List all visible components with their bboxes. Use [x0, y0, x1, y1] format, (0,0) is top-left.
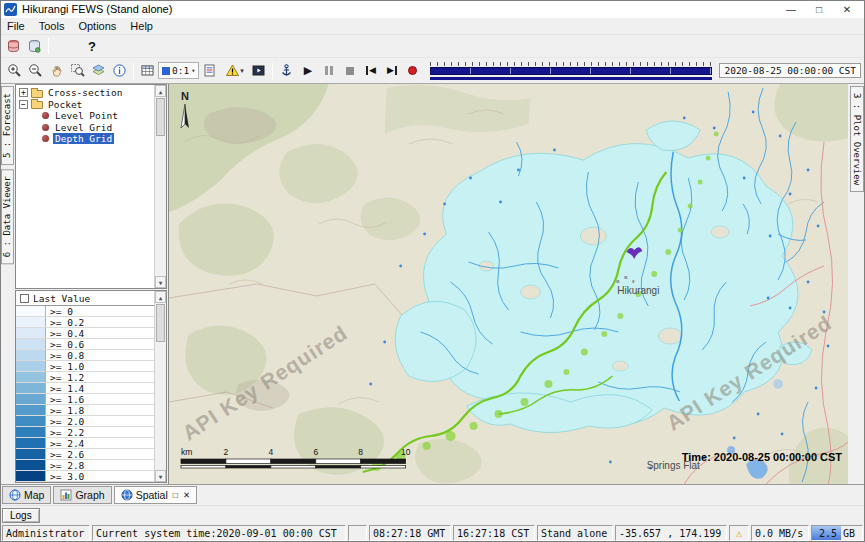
zoom-region-button[interactable] [67, 61, 88, 80]
open-database-button[interactable] [24, 37, 45, 56]
tree-item-level-point[interactable]: Level Point [16, 110, 154, 122]
logs-button[interactable]: Logs [2, 508, 40, 523]
animation-button[interactable] [248, 61, 269, 80]
scroll-up-icon[interactable]: ▲ [155, 291, 166, 303]
help-button[interactable]: ? [84, 39, 100, 54]
side-tab[interactable]: 5 : Forecast [1, 86, 14, 165]
tab-maximize-icon[interactable]: □ [173, 490, 178, 500]
legend-row[interactable]: >= 1.4 [16, 383, 154, 394]
time-span-bar[interactable] [430, 67, 712, 75]
legend-color-swatch [16, 449, 46, 459]
tab-map[interactable]: Map [2, 486, 51, 504]
legend-row[interactable]: >= 1.2 [16, 372, 154, 383]
play-button[interactable]: ▶ [297, 61, 318, 80]
legend-row[interactable]: >= 3.0 [16, 471, 154, 482]
legend-header: Last Value [16, 291, 166, 306]
time-selection-bar[interactable] [430, 77, 712, 80]
pan-button[interactable] [46, 61, 67, 80]
tree-item-depth-grid[interactable]: Depth Grid [16, 133, 154, 145]
status-coordinates: -35.657 , 174.199 [615, 525, 727, 541]
legend-threshold-label: >= 0 [46, 306, 73, 316]
menu-item[interactable]: Options [71, 19, 123, 33]
layers-button[interactable] [88, 61, 109, 80]
time-slider[interactable] [430, 61, 712, 81]
legend-row[interactable]: >= 0.2 [16, 317, 154, 328]
tab-close-icon[interactable]: ✕ [183, 490, 190, 500]
map-viewport: API Key Required API Key Required Hikura… [168, 84, 848, 484]
tree-item-level-grid[interactable]: Level Grid [16, 122, 154, 134]
tree-item-pocket[interactable]: − Pocket [16, 99, 154, 111]
legend-row[interactable]: >= 0.6 [16, 339, 154, 350]
legend-threshold-label: >= 2.0 [46, 416, 84, 426]
grid-display-button[interactable] [137, 61, 158, 80]
legend-row[interactable]: >= 2.8 [16, 460, 154, 471]
scroll-down-icon[interactable]: ▼ [155, 276, 166, 288]
legend-row[interactable]: >= 0.4 [16, 328, 154, 339]
scroll-down-icon[interactable]: ▼ [155, 470, 166, 482]
main-toolbar: ? [0, 35, 865, 58]
expand-icon[interactable]: + [19, 88, 28, 97]
scrollbar-thumb[interactable] [156, 304, 165, 342]
app-logo-icon [4, 3, 17, 16]
legend-row[interactable]: >= 1.6 [16, 394, 154, 405]
tab-spatial[interactable]: Spatial □ ✕ [114, 486, 197, 504]
legend-threshold-label: >= 0.8 [46, 350, 84, 360]
side-tab-plot-overview[interactable]: 3 : Plot Overview [850, 86, 864, 192]
legend-color-swatch [16, 460, 46, 470]
town-label: Hikurangi [617, 285, 659, 296]
step-back-button[interactable]: ◀ [360, 61, 381, 80]
layer-color-swatch [162, 67, 170, 75]
legend-row[interactable]: >= 1.8 [16, 405, 154, 416]
status-warning-icon[interactable]: ⚠ [729, 525, 749, 541]
menu-bar: File Tools Options Help [0, 18, 865, 35]
timeseries-document-button[interactable] [199, 61, 220, 80]
step-forward-button[interactable]: ▶ [381, 61, 402, 80]
zoom-out-button[interactable] [25, 61, 46, 80]
layer-node-icon [42, 124, 49, 131]
menu-item[interactable]: Help [123, 19, 160, 33]
menu-item[interactable]: File [0, 19, 32, 33]
app-window: Hikurangi FEWS (Stand alone) — □ ✕ File … [0, 0, 865, 542]
legend-title: Last Value [33, 293, 90, 304]
folder-icon [31, 90, 43, 98]
tab-graph[interactable]: Graph [53, 486, 111, 504]
collapse-icon[interactable]: − [19, 100, 28, 109]
legend-row[interactable]: >= 1.0 [16, 361, 154, 372]
legend-color-swatch [16, 372, 46, 382]
stop-button[interactable] [339, 61, 360, 80]
thresholds-dropdown[interactable]: ▾ [220, 61, 248, 80]
tree-scrollbar[interactable]: ▲ ▼ [154, 85, 166, 288]
legend-color-swatch [16, 471, 46, 481]
legend-color-swatch [16, 306, 46, 316]
side-tab[interactable]: 6 : Data Viewer [1, 169, 14, 264]
zoom-in-button[interactable] [4, 61, 25, 80]
legend-row[interactable]: >= 0 [16, 306, 154, 317]
svg-text:2: 2 [224, 447, 229, 457]
maximize-button[interactable]: □ [805, 4, 833, 15]
legend-row[interactable]: >= 2.4 [16, 438, 154, 449]
tree-item-cross-section[interactable]: + Cross-section [16, 87, 154, 99]
pause-button[interactable] [318, 61, 339, 80]
spatial-globe-icon [121, 489, 133, 501]
legend-scrollbar[interactable]: ▲ ▼ [154, 291, 166, 482]
scrollbar-thumb[interactable] [156, 98, 165, 136]
legend-row[interactable]: >= 2.2 [16, 427, 154, 438]
last-value-checkbox[interactable] [20, 294, 29, 303]
legend-row[interactable]: >= 0.8 [16, 350, 154, 361]
status-bar: Administrator Current system time:2020-0… [0, 524, 865, 542]
legend-threshold-label: >= 1.8 [46, 405, 84, 415]
import-database-button[interactable] [3, 37, 24, 56]
legend-threshold-label: >= 3.0 [46, 471, 84, 481]
legend-color-swatch [16, 438, 46, 448]
scroll-up-icon[interactable]: ▲ [155, 85, 166, 97]
menu-item[interactable]: Tools [32, 19, 72, 33]
legend-row[interactable]: >= 2.0 [16, 416, 154, 427]
record-button[interactable] [402, 61, 423, 80]
longitudinal-profile-button[interactable] [276, 61, 297, 80]
info-button[interactable] [109, 61, 130, 80]
layer-ratio-dropdown[interactable]: 0:1 ▾ [158, 62, 199, 79]
close-button[interactable]: ✕ [833, 4, 861, 15]
map-canvas[interactable]: API Key Required API Key Required Hikura… [169, 84, 848, 484]
legend-row[interactable]: >= 2.6 [16, 449, 154, 460]
minimize-button[interactable]: — [777, 4, 805, 15]
